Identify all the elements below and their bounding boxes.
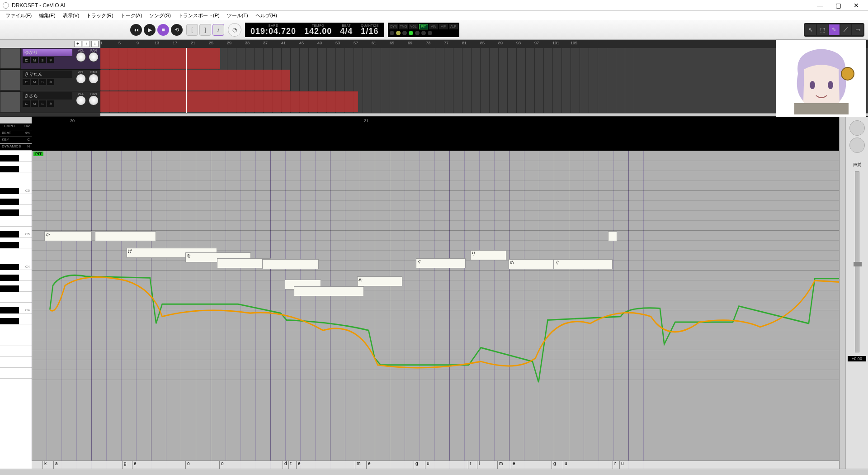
pen-tool[interactable]: ✎ [829,24,840,35]
track-down-button[interactable]: ↓ [91,41,99,47]
track-button[interactable]: S [39,57,46,63]
phoneme[interactable]: a [53,461,58,469]
phoneme[interactable]: d [283,461,287,469]
indicator-vif[interactable]: VIF [439,24,448,29]
play-button[interactable]: ▶ [144,24,156,36]
pr-dyn-value[interactable]: N [27,144,30,148]
pan-knob[interactable] [89,95,99,105]
minimize-button[interactable]: — [811,0,829,11]
vol-knob[interactable] [76,95,86,105]
note[interactable] [95,231,156,241]
note[interactable] [294,286,364,296]
emotion-dial-1[interactable] [849,120,865,136]
phoneme[interactable]: i [477,461,480,469]
erase-tool[interactable]: ▭ [852,24,863,35]
note[interactable]: め [509,259,554,269]
tool-b-button[interactable]: ] [199,24,211,36]
note[interactable] [262,259,319,269]
playhead[interactable] [186,48,187,113]
indicator-alp[interactable]: ALP [449,24,458,29]
audio-clip[interactable] [100,70,290,90]
track-button[interactable]: ⊏ [23,79,30,85]
track-header[interactable]: ゆかり ⊏MS❄ VOL PAN [0,48,100,70]
note[interactable] [608,231,617,241]
audio-clip[interactable] [100,91,358,112]
emotion-dial-2[interactable] [849,138,865,153]
dial-button[interactable]: ◔ [228,23,241,37]
track-button[interactable]: S [39,79,46,85]
add-track-button[interactable]: + [74,41,81,47]
menu-item[interactable]: トランスポート(P) [175,11,223,20]
phoneme[interactable]: u [425,461,429,469]
phoneme[interactable]: u [563,461,567,469]
pianoroll-ruler[interactable]: 2021 [32,117,839,151]
tool-c-button[interactable]: ♪ [212,24,224,36]
track-button[interactable]: S [39,100,46,107]
phoneme[interactable]: o [219,461,224,469]
line-tool[interactable]: ／ [840,24,851,35]
track-button[interactable]: ❄ [47,79,54,85]
menu-item[interactable]: ソング(S) [146,11,175,20]
bars-value[interactable]: 019:04.720 [250,27,296,35]
arrangement-timeline[interactable]: 1591317212529333741454953576165697377818… [100,40,868,116]
track-button[interactable]: ❄ [47,57,54,63]
pianoroll-hscroll[interactable] [0,469,868,475]
track-button[interactable]: M [31,57,38,63]
menu-item[interactable]: ヘルプ(H) [252,11,281,20]
note[interactable]: か [44,231,92,241]
bar-ruler[interactable]: 1591317212529333741454953576165697377818… [100,40,868,48]
menu-item[interactable]: 表示(V) [59,11,83,20]
tool-a-button[interactable]: [ [186,24,198,36]
track-button[interactable]: ⊏ [23,57,30,63]
phoneme[interactable]: u [619,461,624,469]
indicator-dyn[interactable]: DYN [389,24,398,29]
menu-item[interactable]: ファイル(F) [2,11,35,20]
menu-item[interactable]: 編集(E) [35,11,59,20]
track-header[interactable]: きりたん ⊏MS❄ VOL PAN [0,70,100,91]
phoneme[interactable]: t [288,461,292,469]
note[interactable]: ぐ [416,258,466,268]
phoneme[interactable]: e [366,461,371,469]
voice-quality-slider[interactable] [855,171,859,352]
track-button[interactable]: M [31,100,38,107]
loop-button[interactable]: ⟲ [171,24,183,36]
phoneme[interactable]: g [552,461,556,469]
track-button[interactable]: M [31,79,38,85]
phoneme[interactable]: e [132,461,137,469]
phoneme[interactable]: k [42,461,47,469]
phoneme[interactable]: e [511,461,515,469]
phoneme-bar[interactable]: kageoodtemegurimeguru [32,461,839,469]
menu-item[interactable]: トーク(A) [117,11,146,20]
pianoroll-grid[interactable]: PIT kageoodtemegurimeguru かげをめぐりめぐ [32,151,839,469]
indicator-tmg[interactable]: TMG [399,24,408,29]
phoneme[interactable]: g [122,461,127,469]
close-button[interactable]: ✕ [847,0,865,11]
phoneme[interactable]: r [468,461,471,469]
beat-value[interactable]: 4/4 [340,27,353,35]
piano-keyboard[interactable]: C5C5C4C4 [0,151,32,469]
phoneme[interactable]: r [613,461,616,469]
phoneme[interactable]: m [355,461,360,469]
phoneme[interactable]: m [497,461,503,469]
pr-key-value[interactable]: C [27,138,30,142]
phoneme[interactable]: g [414,461,418,469]
maximize-button[interactable]: ▢ [829,0,847,11]
tracks-body[interactable] [100,48,868,113]
pointer-tool[interactable]: ↖ [805,24,816,35]
stop-button[interactable]: ■ [157,24,169,36]
indicator-vol[interactable]: VOL [409,24,418,29]
track-button[interactable]: ⊏ [23,100,30,107]
menu-item[interactable]: ツール(T) [223,11,252,20]
quantize-value[interactable]: 1/16 [361,27,378,35]
tempo-value[interactable]: 142.00 [304,27,332,35]
timeline-hscroll[interactable] [100,113,868,116]
pr-tempo-value[interactable]: 142 [24,124,30,128]
phoneme[interactable]: o [185,461,190,469]
track-name[interactable]: ささら [23,92,72,100]
pr-beat-value[interactable]: 4/4 [25,131,30,135]
pianoroll-vscroll[interactable] [839,117,845,469]
pan-knob[interactable] [89,74,99,84]
track-up-button[interactable]: ↑ [83,41,90,47]
track-name[interactable]: ゆかり [23,49,72,56]
menu-item[interactable]: トラック(R) [83,11,117,20]
